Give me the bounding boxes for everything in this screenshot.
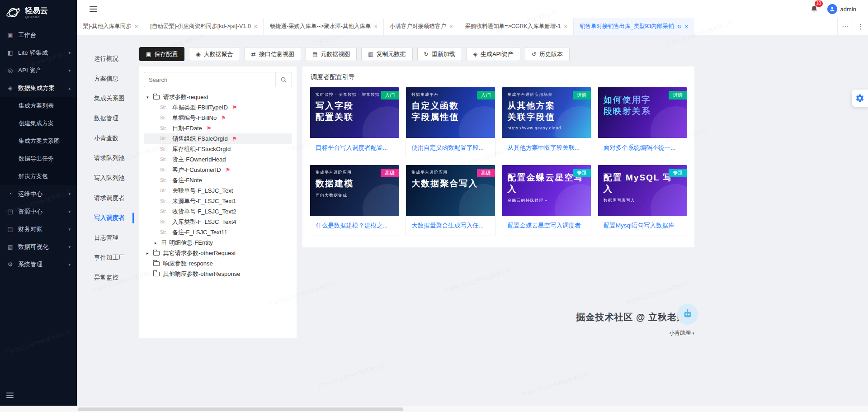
- tree-row[interactable]: Str. 关联单号-F_LSJC_Text: [144, 185, 292, 196]
- tree-folder-response[interactable]: 响应参数-response: [144, 258, 292, 269]
- tab-2[interactable]: [自动爱梨]-供应商资料同步[kd->jst]-V1.0 ×: [144, 18, 264, 35]
- app-logo[interactable]: 轻易云 QCloud: [0, 0, 77, 26]
- guide-card-title[interactable]: 配置金蝶云星空写入调度者: [502, 216, 591, 236]
- close-icon[interactable]: ×: [684, 23, 688, 30]
- close-icon[interactable]: ×: [135, 23, 138, 30]
- assistant-avatar[interactable]: [677, 304, 698, 325]
- sidebar-item-system-manage[interactable]: ⚙ 系统管理 ▾: [0, 256, 77, 273]
- sidebar-item-api-assets[interactable]: ◎ API 资产 ▾: [0, 62, 77, 79]
- tree-row[interactable]: Str. 备注-FNote: [144, 175, 292, 185]
- tree-row[interactable]: Str. 货主-FOwnerIdHead: [144, 154, 292, 165]
- sidebar-item-data-export-tasks[interactable]: 数据导出任务: [0, 150, 77, 167]
- settings-fab[interactable]: [852, 90, 868, 107]
- tree-label: 备注-FNote: [172, 176, 202, 185]
- save-config-button[interactable]: ▣ 保存配置: [139, 47, 184, 61]
- guide-card[interactable]: 高级 集成平台进阶应用 数据建模 面向大数据集成 什么是数据建模？建模之...: [310, 165, 399, 236]
- guide-card-title[interactable]: 面对多个系统编码不统一...: [598, 138, 687, 158]
- nav-scheme-info[interactable]: 方案信息: [77, 69, 138, 89]
- tree-folder-request[interactable]: ▾ 请求参数-request: [144, 92, 292, 102]
- sidebar-item-resource-center[interactable]: ◳ 资源中心 ▾: [0, 203, 77, 220]
- user-menu[interactable]: admin: [827, 4, 856, 14]
- guide-card[interactable]: 入门 数据集成平台 自定义函数 字段属性值 使用自定义函数配置字段...: [406, 87, 495, 158]
- guide-card-title[interactable]: 什么是数据建模？建模之...: [310, 216, 399, 236]
- search-input[interactable]: [144, 76, 275, 83]
- nav-write-queue[interactable]: 写入队列池: [77, 168, 138, 188]
- expand-arrow-icon[interactable]: ▾: [146, 95, 151, 99]
- bigdata-aggregate-button[interactable]: ◉ 大数据聚合: [189, 47, 240, 61]
- sidebar-item-solution-pack[interactable]: 解决方案包: [0, 167, 77, 185]
- close-icon[interactable]: ×: [449, 23, 453, 30]
- generate-api-asset-button[interactable]: ◈ 生成API资产: [467, 47, 520, 61]
- guide-card-title[interactable]: 使用自定义函数配置字段...: [406, 138, 495, 158]
- tab-4[interactable]: 小满客户对接领猫客户 ×: [384, 18, 459, 35]
- guide-card-title[interactable]: 目标平台写入调度者配置...: [310, 138, 399, 158]
- tree-row[interactable]: Str. 客户-FCustomerID ⚑: [144, 165, 292, 175]
- tree-row[interactable]: Str. 库存组织-FStockOrgId: [144, 144, 292, 154]
- search-icon[interactable]: [275, 72, 292, 87]
- guide-card[interactable]: 专题 配置 MySQL 写入 数据库写表写入 配置Mysql语句写入数据库: [598, 165, 687, 236]
- tree-row[interactable]: Str. 单据类型-FBillTypeID ⚑: [144, 102, 292, 113]
- sidebar-collapse-icon[interactable]: [6, 391, 14, 399]
- nav-run-overview[interactable]: 运行概况: [77, 49, 138, 69]
- sidebar-item-workbench[interactable]: ▣ 工作台: [0, 26, 77, 44]
- nav-xiaoqing-query[interactable]: 小青查数: [77, 128, 138, 148]
- tree-folder-other-response[interactable]: 其他响应参数-otherResponse: [144, 269, 292, 279]
- expand-arrow-icon[interactable]: ▸: [155, 241, 159, 245]
- nav-exception-monitor[interactable]: 异常监控: [77, 268, 138, 288]
- assistant-chip[interactable]: 小青助理 ▾: [669, 329, 694, 337]
- nav-request-scheduler[interactable]: 请求调度者: [77, 188, 138, 208]
- guide-card[interactable]: 高级 集成平台进阶应用 大数据聚合写入 大数据量聚合生成写入任...: [406, 165, 495, 236]
- sidebar-item-scheme-graph[interactable]: 集成方案关系图: [0, 132, 77, 150]
- tree-row-selected[interactable]: Str. 销售组织-FSaleOrgId ⚑: [144, 133, 292, 144]
- reload-button[interactable]: ↻ 重新加载: [417, 47, 462, 61]
- nav-data-manage[interactable]: 数据管理: [77, 109, 138, 128]
- tab-1[interactable]: 梨]-其他入库单同步 ×: [77, 18, 144, 35]
- guide-card[interactable]: 进阶 集成平台进阶应用场景 从其他方案 关联字段值 https://www.qe…: [502, 87, 591, 158]
- nav-event-factory[interactable]: 事件加工厂: [77, 248, 138, 268]
- username: admin: [840, 6, 856, 13]
- close-icon[interactable]: ×: [564, 23, 567, 30]
- tree-folder-other-request[interactable]: ▸ 其它请求参数-otherRequest: [144, 248, 292, 258]
- guide-card-title[interactable]: 配置Mysql语句写入数据库: [598, 216, 687, 236]
- guide-card-title[interactable]: 大数据量聚合生成写入任...: [406, 216, 495, 236]
- nav-log-manage[interactable]: 日志管理: [77, 228, 138, 248]
- sidebar-item-scheme-list[interactable]: 集成方案列表: [0, 97, 77, 114]
- sidebar-item-data-integration[interactable]: ◈ 数据集成方案 ▴: [0, 79, 77, 97]
- tree-row[interactable]: Str. 来源单号-F_LSJC_Text1: [144, 196, 292, 206]
- horizontal-scrollbar[interactable]: [0, 406, 868, 412]
- guide-card[interactable]: 进阶 如何使用字 段映射关系 面对多个系统编码不统一...: [598, 87, 687, 158]
- notification-bell[interactable]: 10: [810, 4, 818, 14]
- close-icon[interactable]: ×: [254, 23, 258, 30]
- close-icon[interactable]: ×: [374, 23, 377, 30]
- tree-row[interactable]: Str. 收货单号-F_LSJC_Text2: [144, 206, 292, 217]
- nav-write-scheduler[interactable]: 写入调度者: [77, 208, 138, 228]
- guide-card-title[interactable]: 从其他方案中取字段关联...: [502, 138, 591, 158]
- copy-metadata-button[interactable]: ▥ 复制元数据: [361, 47, 412, 61]
- tree-row[interactable]: Str. 日期-FDate ⚑: [144, 123, 292, 133]
- history-version-button[interactable]: ↺ 历史版本: [525, 47, 570, 61]
- sidebar-item-scheme-create[interactable]: 创建集成方案: [0, 114, 77, 132]
- sidebar-item-ops-center[interactable]: ◔ 运维中心 ▾: [0, 185, 77, 203]
- guide-card[interactable]: 专题 配置金蝶云星空写入 金蝶云的特殊处理 ▪ 配置金蝶云星空写入调度者: [502, 165, 591, 236]
- metadata-view-button[interactable]: ▤ 元数据视图: [306, 47, 357, 61]
- tab-6-active[interactable]: 销售单对接销售出库_类型93内部采销 ↻ ×: [574, 18, 694, 35]
- tab-3[interactable]: 畅捷通-采购入库单-->聚水潭-其他入库单 ×: [264, 18, 384, 35]
- tree-row[interactable]: Str. 备注-F_LSJC_Text11: [144, 227, 292, 237]
- menu-collapse-icon[interactable]: [90, 5, 97, 13]
- guide-card[interactable]: 入门 实时监控 · 全量数据 · 增量数据 写入字段 配置关联 目标平台写入调度…: [310, 87, 399, 158]
- scrollbar-thumb[interactable]: [78, 407, 403, 411]
- interface-info-view-button[interactable]: ⇄ 接口信息视图: [245, 47, 301, 61]
- nav-request-queue[interactable]: 请求队列池: [77, 148, 138, 168]
- tree-row[interactable]: Str. 单据编号-FBillNo ⚑: [144, 113, 292, 123]
- tree-row[interactable]: Str. 入库类型-F_LSJC_Text4: [144, 217, 292, 227]
- tabs-menu-icon[interactable]: ⋮: [853, 18, 868, 35]
- refresh-icon[interactable]: ↻: [677, 24, 681, 30]
- nav-integration-graph[interactable]: 集成关系图: [77, 89, 138, 109]
- tab-5[interactable]: 采购收料通知单=>CGRK入库单新增-1 ×: [459, 18, 574, 35]
- sidebar-item-lite-integration[interactable]: ◧ Lite 轻集成 ▾: [0, 44, 77, 62]
- sidebar-item-data-visualization[interactable]: ▧ 数据可视化 ▾: [0, 238, 77, 256]
- expand-arrow-icon[interactable]: ▸: [146, 251, 151, 256]
- tree-entity-detail[interactable]: ▸ 田 明细信息-FEntity: [144, 237, 292, 248]
- tabs-more-icon[interactable]: ⋯: [837, 18, 853, 35]
- sidebar-item-finance-recon[interactable]: ▤ 财务对账 ▾: [0, 220, 77, 238]
